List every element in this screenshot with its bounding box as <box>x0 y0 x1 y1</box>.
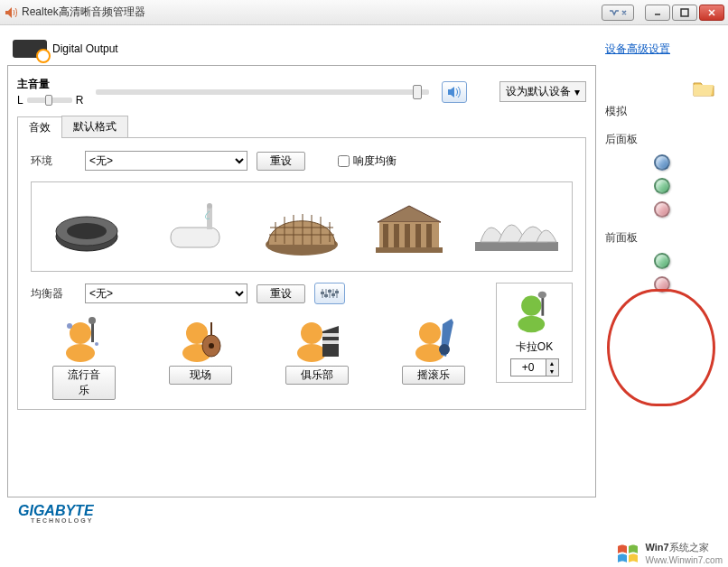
svg-rect-1 <box>681 9 688 16</box>
tab-default-format[interactable]: 默认格式 <box>61 116 128 137</box>
close-button[interactable] <box>699 5 724 21</box>
environment-reset-button[interactable]: 重设 <box>257 152 305 171</box>
equalizer-row: 均衡器 <无> 重设 <box>31 283 487 304</box>
help-button[interactable] <box>602 5 634 21</box>
brand-sub: TECHNOLOGY <box>18 517 585 524</box>
tab-sound-effect[interactable]: 音效 <box>17 116 62 138</box>
advanced-settings-link[interactable]: 设备高级设置 <box>605 42 670 57</box>
preset-live-icon <box>175 313 226 364</box>
preset-rock-icon <box>408 313 459 364</box>
balance-right: R <box>76 94 84 107</box>
karaoke-value[interactable] <box>511 360 546 375</box>
chevron-down-icon: ▾ <box>574 86 580 98</box>
loudness-check-input[interactable] <box>338 155 350 167</box>
balance-slider[interactable] <box>27 98 72 103</box>
preset-rock-button[interactable]: 摇滚乐 <box>402 366 465 385</box>
svg-point-7 <box>207 203 212 209</box>
environment-select[interactable]: <无> <box>85 151 247 171</box>
window-title: Realtek高清晰音频管理器 <box>22 5 602 20</box>
preset-live-button[interactable]: 现场 <box>169 366 232 385</box>
svg-point-47 <box>209 343 214 349</box>
default-device-label: 设为默认设备 <box>506 84 571 99</box>
preset-pop-button[interactable]: 流行音乐 <box>52 366 116 400</box>
front-jack-pink[interactable] <box>654 276 670 293</box>
karaoke-label: 卡拉OK <box>516 339 553 355</box>
windows-logo-icon <box>616 543 641 564</box>
equalizer-graphic-button[interactable] <box>314 283 345 304</box>
env-parthenon[interactable] <box>357 186 461 267</box>
default-device-dropdown[interactable]: 设为默认设备 ▾ <box>499 81 586 102</box>
rear-jack-green[interactable] <box>654 178 670 194</box>
env-bathroom[interactable] <box>143 186 247 267</box>
device-tab[interactable]: Digital Output <box>7 33 596 65</box>
tabs: 音效 默认格式 <box>17 116 586 138</box>
svg-rect-57 <box>541 295 544 315</box>
svg-rect-33 <box>324 294 328 297</box>
svg-rect-22 <box>405 224 410 247</box>
minimize-button[interactable] <box>645 5 670 21</box>
svg-point-38 <box>66 344 95 362</box>
highlight-oval <box>607 289 715 406</box>
analog-label: 模拟 <box>605 104 719 119</box>
svg-point-56 <box>518 316 545 333</box>
svg-point-52 <box>419 322 441 344</box>
svg-point-42 <box>95 342 98 346</box>
loudness-label: 响度均衡 <box>353 153 397 169</box>
svg-rect-36 <box>335 291 339 293</box>
digital-output-icon <box>13 40 47 58</box>
svg-point-37 <box>70 322 91 344</box>
preset-club-icon <box>292 313 342 364</box>
svg-rect-39 <box>91 322 94 342</box>
titlebar: Realtek高清晰音频管理器 <box>0 0 728 25</box>
svg-marker-18 <box>378 206 441 222</box>
karaoke-spinner[interactable]: ▲▼ <box>510 358 559 376</box>
karaoke-down[interactable]: ▼ <box>546 367 558 376</box>
mute-button[interactable] <box>442 81 467 103</box>
equalizer-reset-button[interactable]: 重设 <box>257 284 305 303</box>
svg-rect-25 <box>376 247 443 253</box>
equalizer-label: 均衡器 <box>31 286 76 302</box>
svg-point-49 <box>297 344 326 362</box>
front-jack-green[interactable] <box>654 253 670 269</box>
svg-rect-34 <box>328 290 331 293</box>
svg-point-40 <box>89 317 96 324</box>
environment-row: 环境 <无> 重设 响度均衡 <box>31 151 573 171</box>
loudness-checkbox[interactable]: 响度均衡 <box>338 153 397 169</box>
device-label: Digital Output <box>52 42 118 55</box>
svg-rect-21 <box>394 224 399 247</box>
preset-row: 流行音乐 现场 俱乐部 <box>31 313 487 400</box>
svg-point-41 <box>67 323 72 329</box>
svg-rect-23 <box>415 224 421 247</box>
karaoke-box: 卡拉OK ▲▼ <box>496 283 573 383</box>
preset-club-button[interactable]: 俱乐部 <box>285 366 349 385</box>
content-panel: 主音量 L R 设为默认设备 ▾ <box>7 65 596 497</box>
svg-rect-24 <box>426 224 432 247</box>
svg-point-48 <box>301 322 322 344</box>
env-colosseum[interactable] <box>250 186 354 267</box>
volume-slider[interactable] <box>96 89 429 95</box>
balance-left: L <box>17 94 23 107</box>
svg-rect-6 <box>207 206 212 229</box>
folder-icon[interactable] <box>692 78 715 98</box>
svg-point-58 <box>537 292 546 298</box>
env-opera-house[interactable] <box>464 186 568 267</box>
svg-rect-50 <box>322 333 339 337</box>
env-stone-room[interactable] <box>35 186 139 267</box>
svg-point-54 <box>439 344 450 355</box>
svg-rect-5 <box>171 228 219 247</box>
rear-jack-blue[interactable] <box>654 154 670 171</box>
speaker-icon <box>446 85 462 99</box>
svg-point-55 <box>521 295 541 315</box>
karaoke-up[interactable]: ▲ <box>546 359 558 367</box>
rear-jack-pink[interactable] <box>654 201 670 218</box>
equalizer-select[interactable]: <无> <box>85 284 247 303</box>
svg-rect-20 <box>383 224 388 247</box>
effects-panel: 环境 <无> 重设 响度均衡 <box>17 138 586 410</box>
side-panel: 设备高级设置 模拟 后面板 前面板 <box>603 33 721 524</box>
volume-row: 主音量 L R 设为默认设备 ▾ <box>17 77 586 107</box>
environment-gallery <box>31 181 573 272</box>
master-volume-label: 主音量 <box>17 77 83 92</box>
rear-panel-label: 后面板 <box>605 132 719 147</box>
svg-rect-26 <box>475 242 558 251</box>
maximize-button[interactable] <box>672 5 697 21</box>
